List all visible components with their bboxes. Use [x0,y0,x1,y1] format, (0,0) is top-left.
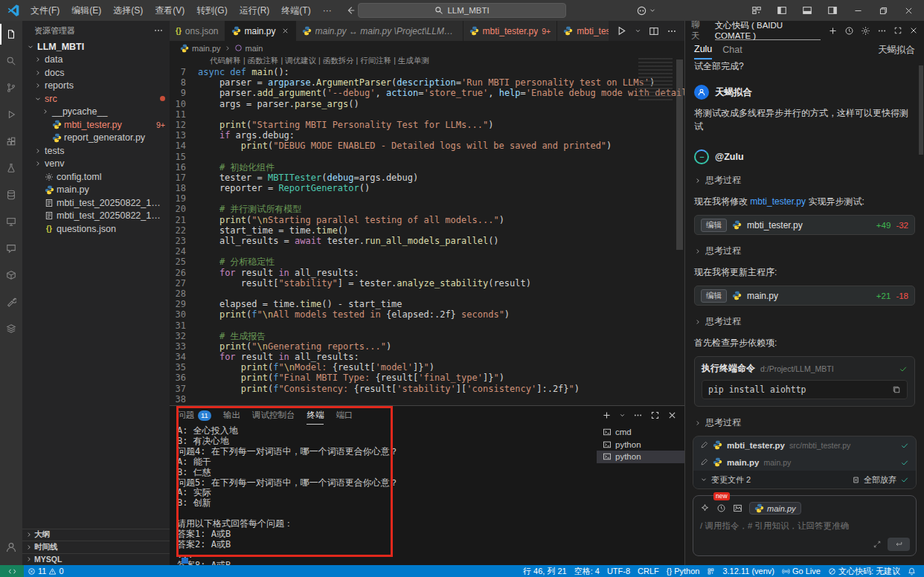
new-terminal-icon[interactable] [602,410,612,420]
editor-tab-0[interactable]: {}ons.json [170,21,225,41]
editor-tab-2[interactable]: main.py ↔ main.py \Project\LLM_MBTI - ..… [296,21,463,41]
terminal-dropdown-icon[interactable] [619,412,626,419]
close-panel-icon[interactable] [667,410,677,420]
tree-item-mbti_test_20250822_143100.log[interactable]: mbti_test_20250822_143100.log [22,196,170,210]
minimap[interactable] [638,58,673,101]
think-toggle[interactable]: 思考过程 [694,416,915,429]
tab-chat[interactable]: 聊天 [691,19,708,42]
accept-all-icon[interactable] [900,475,909,484]
explorer-icon[interactable] [0,21,22,48]
skills-icon[interactable] [700,503,710,513]
panel-tab-问题[interactable]: 问题11 [177,406,211,425]
menu-item-3[interactable]: 查看(V) [149,0,190,21]
new-chat-icon[interactable] [828,26,838,36]
changed-file-row-1[interactable]: main.pymain.py [693,454,916,471]
terminal-instance-2[interactable]: python [597,451,684,463]
panel-tab-输出[interactable]: 输出 [223,406,240,425]
editor-tab-3[interactable]: mbti_tester.py9+ [463,21,558,41]
run-python-file-icon[interactable] [616,25,627,36]
docker-icon[interactable] [0,262,22,288]
section-时间线[interactable]: 时间线 [22,541,170,553]
menu-item-6[interactable]: 终端(T) [275,0,316,21]
encoding[interactable]: UTF-8 [603,567,634,576]
toggle-secondary-sidebar-icon[interactable] [821,0,844,21]
editor-more-icon[interactable] [667,26,677,36]
indentation[interactable]: 空格: 4 [571,566,603,577]
packages-icon[interactable] [0,315,22,342]
more-actions-icon[interactable] [153,25,164,36]
tree-item-LLM_MBTI[interactable]: LLM_MBTI [22,40,170,54]
edit-card-main[interactable]: 编辑 main.py +21 -18 [694,286,915,306]
image-icon[interactable] [733,503,742,513]
menu-item-7[interactable]: ··· [317,0,338,21]
context-chip[interactable]: main.py [749,502,801,515]
breadcrumb-file[interactable]: main.py [192,44,221,53]
copilot-menu[interactable] [636,0,656,21]
subtab-chat[interactable]: Chat [722,45,742,55]
send-button[interactable] [888,538,910,551]
section-MYSQL[interactable]: MYSQL [22,553,170,566]
rp-close-icon[interactable] [909,26,918,35]
testing-icon[interactable] [0,155,22,181]
tab-comate[interactable]: 文心快码 ( BAIDU COMATE ) [715,21,821,40]
back-arrow-icon[interactable] [345,5,356,16]
menu-item-4[interactable]: 转到(G) [190,0,233,21]
think-toggle[interactable]: 思考过程 [694,174,915,187]
tree-item-mbti_tester.py[interactable]: mbti_tester.py9+ [22,118,170,132]
toggle-panel-icon[interactable] [796,0,818,21]
comments-icon[interactable] [0,235,22,262]
tree-item-mbti_test_20250822_144909.log[interactable]: mbti_test_20250822_144909.log [22,210,170,223]
think-toggle[interactable]: 思考过程 [694,315,915,328]
breadcrumb-symbol[interactable]: main [246,44,263,53]
rp-maximize-icon[interactable] [893,26,902,35]
restore-icon[interactable] [872,0,894,21]
history-icon[interactable] [716,503,726,513]
notifications[interactable] [904,567,920,576]
problems-status[interactable]: 11 0 [24,567,68,576]
menu-item-0[interactable]: 文件(F) [25,0,65,21]
tree-item-questions.json[interactable]: {}questions.json [22,222,170,236]
language-mode[interactable]: {}Python [663,567,704,576]
edit-file-name[interactable]: main.py [747,291,778,301]
extensions-icon[interactable] [0,128,22,155]
remote-icon[interactable] [0,208,22,235]
accept-file-icon[interactable] [900,458,909,467]
source-control-icon[interactable] [0,74,22,101]
subtab-zulu[interactable]: Zulu [694,40,712,59]
codelens-links[interactable]: 代码解释 | 函数注释 | 调优建议 | 函数拆分 | 行间注释 | 生成单测 [170,55,684,65]
close-tab-icon[interactable] [281,27,289,35]
menu-item-5[interactable]: 运行(R) [234,0,276,21]
terminal-output[interactable]: A: 全心投入地B: 有决心地问题4: 在下列每一对词语中，哪一个词语更合你心意… [170,425,597,565]
edit-card-mbti-tester[interactable]: 编辑 mbti_tester.py +49 -32 [694,215,915,235]
editor-tab-1[interactable]: main.py [225,21,296,41]
python-interpreter[interactable]: 3.12.11 (venv) [719,567,778,576]
tree-item-venv[interactable]: venv [22,158,170,171]
tools-icon[interactable] [0,288,22,315]
tree-item-main.py[interactable]: main.py [22,184,170,197]
section-大纲[interactable]: 大纲 [22,529,170,541]
chat-timeline[interactable]: 试全部完成? 天蝎拟合 将测试改成多线程异步并行的方式，这样可以更快得测试 @Z… [685,59,924,433]
eol[interactable]: CRLF [634,567,663,576]
chat-scrollbar[interactable] [919,65,923,155]
expand-input-icon[interactable] [873,540,882,549]
cursor-position[interactable]: 行 46, 列 21 [519,566,571,577]
tree-item-tests[interactable]: tests [22,144,170,158]
rp-more-icon[interactable] [877,26,887,36]
terminal-instance-1[interactable]: python [597,439,684,451]
changed-file-row-0[interactable]: mbti_tester.pysrc/mbti_tester.py [693,436,916,454]
edit-file-name[interactable]: mbti_tester.py [747,220,803,231]
minimize-icon[interactable] [847,0,869,21]
file-link[interactable]: mbti_tester.py [750,196,806,207]
discard-all-button[interactable]: 全部放弃 [864,474,896,486]
run-debug-icon[interactable] [0,101,22,128]
layout-grid-icon[interactable] [745,0,768,21]
panel-tab-终端[interactable]: 终端 [307,406,324,425]
think-toggle[interactable]: 思考过程 [694,245,915,257]
menu-item-2[interactable]: 选择(S) [107,0,149,21]
comate-suggestion-status[interactable]: 文心快码: 无建议 [824,566,904,577]
toggle-sidebar-icon[interactable] [771,0,793,21]
comate-icon[interactable] [703,567,719,576]
history-icon[interactable] [844,26,854,36]
terminal-instance-0[interactable]: cmd [597,426,684,439]
tree-item-report_generator.py[interactable]: report_generator.py [22,132,170,145]
